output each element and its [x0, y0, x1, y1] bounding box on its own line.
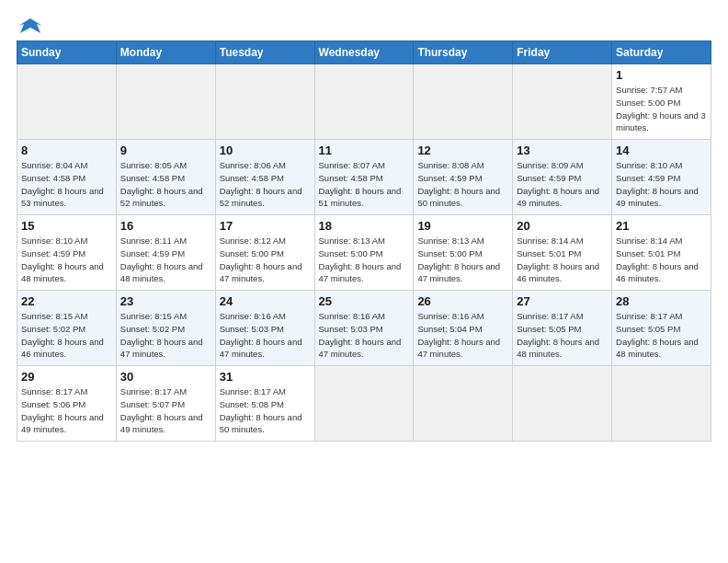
day-cell: 12Sunrise: 8:08 AMSunset: 4:59 PMDayligh… [414, 140, 513, 215]
header [17, 17, 711, 33]
day-number: 23 [120, 294, 211, 308]
day-cell: 29Sunrise: 8:17 AMSunset: 5:06 PMDayligh… [17, 366, 117, 442]
day-cell: 30Sunrise: 8:17 AMSunset: 5:07 PMDayligh… [116, 366, 215, 442]
day-cell: 13Sunrise: 8:09 AMSunset: 4:59 PMDayligh… [513, 140, 612, 215]
day-info: Sunrise: 8:04 AMSunset: 4:58 PMDaylight:… [21, 159, 112, 210]
weekday-header-friday: Friday [513, 41, 612, 64]
day-cell: 22Sunrise: 8:15 AMSunset: 5:02 PMDayligh… [17, 291, 117, 366]
day-number: 16 [120, 219, 211, 233]
day-number: 21 [616, 219, 707, 233]
week-row-2: 8Sunrise: 8:04 AMSunset: 4:58 PMDaylight… [17, 140, 711, 215]
header-row: SundayMondayTuesdayWednesdayThursdayFrid… [17, 41, 711, 64]
day-info: Sunrise: 8:12 AMSunset: 5:00 PMDaylight:… [220, 235, 311, 285]
day-info: Sunrise: 8:16 AMSunset: 5:03 PMDaylight:… [319, 310, 410, 361]
day-cell: 16Sunrise: 8:11 AMSunset: 4:59 PMDayligh… [116, 215, 215, 291]
day-info: Sunrise: 8:10 AMSunset: 4:59 PMDaylight:… [616, 159, 707, 210]
day-number: 18 [319, 219, 410, 233]
day-number: 1 [616, 68, 707, 82]
week-row-5: 29Sunrise: 8:17 AMSunset: 5:06 PMDayligh… [17, 366, 711, 442]
logo-bird-icon [18, 17, 42, 37]
logo [17, 17, 42, 33]
day-cell [116, 64, 215, 140]
day-number: 22 [21, 294, 112, 308]
day-info: Sunrise: 8:13 AMSunset: 5:00 PMDaylight:… [319, 235, 410, 285]
day-cell: 25Sunrise: 8:16 AMSunset: 5:03 PMDayligh… [314, 291, 414, 366]
day-number: 28 [616, 294, 707, 308]
day-cell [414, 366, 513, 442]
day-info: Sunrise: 8:17 AMSunset: 5:07 PMDaylight:… [120, 385, 211, 436]
calendar-table: SundayMondayTuesdayWednesdayThursdayFrid… [17, 40, 711, 442]
day-cell: 26Sunrise: 8:16 AMSunset: 5:04 PMDayligh… [414, 291, 513, 366]
day-number: 14 [616, 144, 707, 157]
day-number: 17 [220, 219, 311, 233]
week-row-3: 15Sunrise: 8:10 AMSunset: 4:59 PMDayligh… [17, 215, 711, 291]
day-number: 15 [21, 219, 112, 233]
weekday-header-tuesday: Tuesday [215, 41, 314, 64]
day-info: Sunrise: 8:16 AMSunset: 5:04 PMDaylight:… [417, 310, 508, 361]
day-number: 10 [220, 144, 311, 157]
day-cell: 19Sunrise: 8:13 AMSunset: 5:00 PMDayligh… [414, 215, 513, 291]
weekday-header-monday: Monday [116, 41, 215, 64]
day-info: Sunrise: 8:13 AMSunset: 5:00 PMDaylight:… [417, 235, 508, 285]
day-cell: 27Sunrise: 8:17 AMSunset: 5:05 PMDayligh… [513, 291, 612, 366]
day-info: Sunrise: 8:17 AMSunset: 5:05 PMDaylight:… [517, 310, 608, 361]
page: SundayMondayTuesdayWednesdayThursdayFrid… [0, 0, 728, 563]
day-cell: 21Sunrise: 8:14 AMSunset: 5:01 PMDayligh… [612, 215, 711, 291]
day-cell: 24Sunrise: 8:16 AMSunset: 5:03 PMDayligh… [215, 291, 314, 366]
weekday-header-sunday: Sunday [17, 41, 117, 64]
day-cell [612, 366, 711, 442]
day-info: Sunrise: 8:17 AMSunset: 5:06 PMDaylight:… [21, 385, 112, 436]
day-cell [215, 64, 314, 140]
day-cell [17, 64, 117, 140]
day-info: Sunrise: 8:08 AMSunset: 4:59 PMDaylight:… [417, 159, 508, 210]
day-cell: 17Sunrise: 8:12 AMSunset: 5:00 PMDayligh… [215, 215, 314, 291]
day-number: 19 [417, 219, 508, 233]
day-info: Sunrise: 8:07 AMSunset: 4:58 PMDaylight:… [319, 159, 410, 210]
day-info: Sunrise: 8:11 AMSunset: 4:59 PMDaylight:… [120, 235, 211, 285]
day-cell: 23Sunrise: 8:15 AMSunset: 5:02 PMDayligh… [116, 291, 215, 366]
day-info: Sunrise: 8:16 AMSunset: 5:03 PMDaylight:… [220, 310, 311, 361]
day-cell: 31Sunrise: 8:17 AMSunset: 5:08 PMDayligh… [215, 366, 314, 442]
day-info: Sunrise: 8:15 AMSunset: 5:02 PMDaylight:… [21, 310, 112, 361]
weekday-header-thursday: Thursday [414, 41, 513, 64]
weekday-header-saturday: Saturday [612, 41, 711, 64]
day-number: 29 [21, 370, 112, 384]
day-info: Sunrise: 8:10 AMSunset: 4:59 PMDaylight:… [21, 235, 112, 285]
day-number: 30 [120, 370, 211, 384]
weekday-header-wednesday: Wednesday [314, 41, 414, 64]
day-cell [414, 64, 513, 140]
day-number: 9 [120, 144, 211, 157]
day-number: 13 [517, 144, 608, 157]
day-cell: 14Sunrise: 8:10 AMSunset: 4:59 PMDayligh… [612, 140, 711, 215]
day-number: 8 [21, 144, 112, 157]
day-number: 12 [417, 144, 508, 157]
day-info: Sunrise: 8:06 AMSunset: 4:58 PMDaylight:… [220, 159, 311, 210]
svg-marker-0 [18, 18, 42, 33]
day-cell: 20Sunrise: 8:14 AMSunset: 5:01 PMDayligh… [513, 215, 612, 291]
day-number: 27 [517, 294, 608, 308]
day-cell: 11Sunrise: 8:07 AMSunset: 4:58 PMDayligh… [314, 140, 414, 215]
day-info: Sunrise: 7:57 AMSunset: 5:00 PMDaylight:… [616, 84, 707, 134]
day-cell: 8Sunrise: 8:04 AMSunset: 4:58 PMDaylight… [17, 140, 117, 215]
week-row-4: 22Sunrise: 8:15 AMSunset: 5:02 PMDayligh… [17, 291, 711, 366]
week-row-1: 1Sunrise: 7:57 AMSunset: 5:00 PMDaylight… [17, 64, 711, 140]
day-cell [513, 366, 612, 442]
day-info: Sunrise: 8:17 AMSunset: 5:08 PMDaylight:… [220, 385, 311, 436]
day-cell: 1Sunrise: 7:57 AMSunset: 5:00 PMDaylight… [612, 64, 711, 140]
day-info: Sunrise: 8:15 AMSunset: 5:02 PMDaylight:… [120, 310, 211, 361]
day-info: Sunrise: 8:09 AMSunset: 4:59 PMDaylight:… [517, 159, 608, 210]
day-cell [513, 64, 612, 140]
day-info: Sunrise: 8:17 AMSunset: 5:05 PMDaylight:… [616, 310, 707, 361]
day-number: 11 [319, 144, 410, 157]
day-number: 31 [220, 370, 311, 384]
day-number: 24 [220, 294, 311, 308]
day-cell: 9Sunrise: 8:05 AMSunset: 4:58 PMDaylight… [116, 140, 215, 215]
day-cell: 18Sunrise: 8:13 AMSunset: 5:00 PMDayligh… [314, 215, 414, 291]
day-number: 25 [319, 294, 410, 308]
day-number: 26 [417, 294, 508, 308]
day-info: Sunrise: 8:14 AMSunset: 5:01 PMDaylight:… [517, 235, 608, 285]
day-cell [314, 366, 414, 442]
day-info: Sunrise: 8:05 AMSunset: 4:58 PMDaylight:… [120, 159, 211, 210]
day-cell: 28Sunrise: 8:17 AMSunset: 5:05 PMDayligh… [612, 291, 711, 366]
day-cell: 10Sunrise: 8:06 AMSunset: 4:58 PMDayligh… [215, 140, 314, 215]
